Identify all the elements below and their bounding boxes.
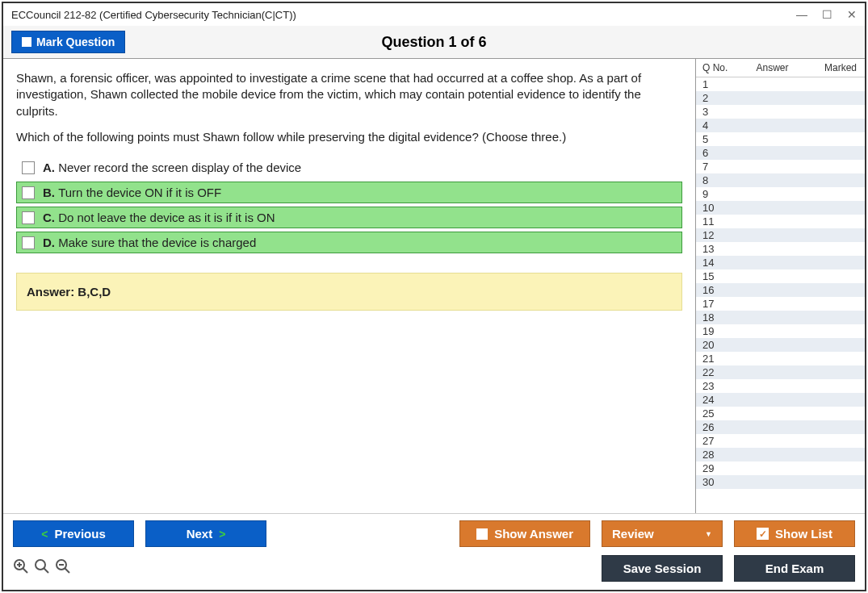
previous-label: Previous — [54, 527, 105, 541]
question-list-row[interactable]: 14 — [696, 256, 865, 269]
previous-button[interactable]: < Previous — [13, 520, 134, 547]
minimize-icon[interactable]: — — [796, 8, 807, 21]
question-number: 13 — [696, 243, 728, 255]
option-row[interactable]: A. Never record the screen display of th… — [16, 157, 682, 178]
option-checkbox[interactable] — [22, 211, 35, 224]
question-list-row[interactable]: 5 — [696, 132, 865, 146]
question-list-row[interactable]: 15 — [696, 269, 865, 283]
option-label: B. Turn the device ON if it is OFF — [43, 186, 221, 199]
svg-line-7 — [65, 569, 70, 574]
col-marked: Marked — [816, 62, 865, 73]
stem-paragraph-2: Which of the following points must Shawn… — [16, 129, 682, 145]
window-controls: — ☐ ✕ — [796, 8, 857, 21]
question-list-row[interactable]: 3 — [696, 105, 865, 119]
option-row[interactable]: C. Do not leave the device as it is if i… — [16, 207, 682, 228]
question-list-row[interactable]: 24 — [696, 393, 865, 407]
chevron-left-icon: < — [41, 528, 48, 541]
option-row[interactable]: D. Make sure that the device is charged — [16, 232, 682, 253]
question-list-row[interactable]: 25 — [696, 407, 865, 420]
show-list-label: Show List — [775, 527, 832, 541]
question-number: 21 — [696, 353, 728, 365]
show-answer-button[interactable]: Show Answer — [459, 520, 590, 547]
question-list-row[interactable]: 30 — [696, 475, 865, 489]
maximize-icon[interactable]: ☐ — [822, 8, 832, 21]
col-qno: Q No. — [696, 62, 728, 73]
option-checkbox[interactable] — [22, 236, 35, 249]
question-list-row[interactable]: 19 — [696, 324, 865, 338]
zoom-out-icon[interactable] — [55, 558, 71, 578]
footer-action-row: Save Session End Exam — [13, 555, 855, 582]
option-checkbox[interactable] — [22, 186, 35, 199]
save-session-button[interactable]: Save Session — [602, 555, 723, 582]
nav-buttons-left: < Previous Next > — [13, 520, 266, 547]
next-button[interactable]: Next > — [145, 520, 266, 547]
svg-line-1 — [23, 569, 28, 574]
zoom-controls — [13, 558, 71, 578]
chevron-right-icon: > — [219, 528, 225, 541]
question-number: 26 — [696, 421, 728, 433]
titlebar: ECCouncil 212-82 (Certified Cybersecurit… — [3, 3, 865, 26]
question-number: 19 — [696, 325, 728, 337]
question-number: 27 — [696, 435, 728, 447]
end-exam-button[interactable]: End Exam — [734, 555, 855, 582]
app-window: ECCouncil 212-82 (Certified Cybersecurit… — [2, 2, 866, 591]
question-list-row[interactable]: 11 — [696, 215, 865, 228]
question-list-row[interactable]: 8 — [696, 173, 865, 187]
question-list-row[interactable]: 20 — [696, 338, 865, 352]
option-checkbox[interactable] — [22, 161, 35, 174]
question-list-row[interactable]: 1 — [696, 77, 865, 91]
question-list-row[interactable]: 7 — [696, 160, 865, 173]
question-number: 5 — [696, 133, 728, 145]
question-number: 16 — [696, 284, 728, 296]
question-list-row[interactable]: 21 — [696, 352, 865, 365]
question-number: 29 — [696, 462, 728, 474]
question-list-row[interactable]: 16 — [696, 283, 865, 297]
question-list-row[interactable]: 23 — [696, 379, 865, 393]
question-number: 12 — [696, 229, 728, 241]
question-list-row[interactable]: 29 — [696, 461, 865, 475]
zoom-in-icon[interactable] — [13, 558, 29, 578]
show-list-button[interactable]: ✓ Show List — [734, 520, 855, 547]
question-number: 28 — [696, 449, 728, 461]
question-number: 11 — [696, 215, 728, 228]
answer-box: Answer: B,C,D — [16, 273, 682, 311]
checkbox-icon — [476, 528, 488, 540]
question-number: 3 — [696, 106, 728, 118]
question-number: 10 — [696, 202, 728, 214]
question-list-body[interactable]: 1234567891011121314151617181920212223242… — [696, 77, 865, 513]
close-icon[interactable]: ✕ — [847, 8, 857, 21]
review-button[interactable]: Review ▼ — [602, 520, 723, 547]
question-list-row[interactable]: 18 — [696, 311, 865, 324]
checkbox-checked-icon: ✓ — [757, 528, 769, 540]
question-list-row[interactable]: 17 — [696, 297, 865, 311]
question-list-row[interactable]: 22 — [696, 365, 865, 379]
checkbox-icon — [22, 37, 31, 47]
question-list-row[interactable]: 9 — [696, 187, 865, 201]
question-list-row[interactable]: 28 — [696, 448, 865, 461]
question-list-row[interactable]: 26 — [696, 420, 865, 434]
option-row[interactable]: B. Turn the device ON if it is OFF — [16, 182, 682, 203]
question-list-row[interactable]: 2 — [696, 91, 865, 105]
question-number: 23 — [696, 380, 728, 392]
question-list-row[interactable]: 6 — [696, 146, 865, 160]
question-list-row[interactable]: 13 — [696, 242, 865, 256]
question-number: 1 — [696, 78, 728, 90]
show-answer-label: Show Answer — [494, 527, 573, 541]
chevron-down-icon: ▼ — [705, 530, 712, 538]
mark-question-button[interactable]: Mark Question — [11, 31, 125, 53]
window-title: ECCouncil 212-82 (Certified Cybersecurit… — [11, 9, 296, 21]
footer-nav-row: < Previous Next > Show Answer Review ▼ — [13, 520, 855, 547]
question-list-row[interactable]: 4 — [696, 119, 865, 132]
question-list-row[interactable]: 27 — [696, 434, 865, 448]
question-number: 22 — [696, 366, 728, 378]
question-number: 8 — [696, 174, 728, 186]
question-list-row[interactable]: 12 — [696, 228, 865, 242]
option-label: D. Make sure that the device is charged — [43, 236, 256, 249]
footer: < Previous Next > Show Answer Review ▼ — [3, 513, 865, 590]
options-list: A. Never record the screen display of th… — [16, 157, 682, 253]
review-label: Review — [612, 527, 654, 541]
zoom-reset-icon[interactable] — [34, 558, 50, 578]
option-label: A. Never record the screen display of th… — [43, 161, 301, 174]
question-number: 2 — [696, 92, 728, 104]
question-list-row[interactable]: 10 — [696, 201, 865, 215]
